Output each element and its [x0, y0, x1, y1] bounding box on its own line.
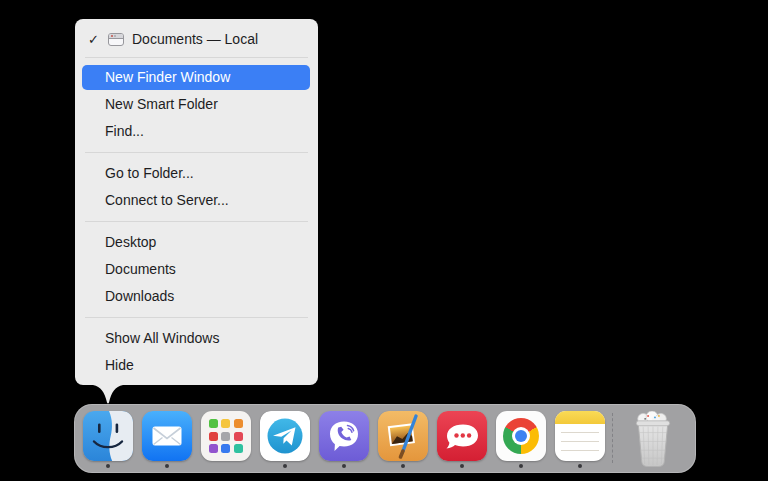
- menu-item-label: Documents — Local: [132, 31, 258, 47]
- menu-item-go-to-folder[interactable]: Go to Folder...: [75, 160, 318, 187]
- dock-item-trash: [625, 411, 681, 472]
- telegram-icon[interactable]: [260, 411, 310, 461]
- menu-item-downloads[interactable]: Downloads: [75, 283, 318, 310]
- menu-item-connect-to-server[interactable]: Connect to Server...: [75, 187, 318, 214]
- finder-dock-menu: ✓ Documents — Local New Finder Window Ne…: [75, 19, 318, 385]
- dock-item-notes: [550, 411, 609, 468]
- pixelmator-icon[interactable]: [378, 411, 428, 461]
- rocketchat-icon[interactable]: [437, 411, 487, 461]
- notes-yellow-band: [555, 411, 605, 424]
- menu-separator: [85, 57, 308, 58]
- dock-item-mail: [137, 411, 196, 468]
- dock-item-rocketchat: [432, 411, 491, 468]
- chrome-icon[interactable]: [496, 411, 546, 461]
- menu-separator: [85, 317, 308, 318]
- menu-item-new-finder-window[interactable]: New Finder Window: [82, 65, 310, 90]
- menu-item-find[interactable]: Find...: [75, 118, 318, 145]
- finder-window-icon: [108, 33, 124, 46]
- viber-icon[interactable]: [319, 411, 369, 461]
- menu-separator: [85, 221, 308, 222]
- dock-item-finder: [78, 411, 137, 468]
- running-indicator: [519, 464, 523, 468]
- dock-item-chrome: [491, 411, 550, 468]
- running-indicator: [165, 464, 169, 468]
- running-indicator: [401, 464, 405, 468]
- launchpad-grid: [201, 411, 251, 461]
- finder-icon[interactable]: [83, 411, 133, 461]
- running-indicator: [283, 464, 287, 468]
- running-indicator: [578, 464, 582, 468]
- menu-separator: [85, 152, 308, 153]
- menu-item-desktop[interactable]: Desktop: [75, 229, 318, 256]
- desktop: ✓ Documents — Local New Finder Window Ne…: [0, 0, 768, 481]
- menu-pointer-tail: [93, 385, 123, 405]
- dock-separator: [612, 413, 613, 463]
- dock-item-pixelmator: [373, 411, 432, 468]
- checkmark-icon: ✓: [88, 32, 100, 47]
- dock-item-launchpad: [196, 411, 255, 468]
- menu-item-documents-local[interactable]: ✓ Documents — Local: [75, 27, 318, 51]
- running-indicator: [342, 464, 346, 468]
- menu-item-show-all-windows[interactable]: Show All Windows: [75, 325, 318, 352]
- mail-icon[interactable]: [142, 411, 192, 461]
- dock-item-telegram: [255, 411, 314, 468]
- launchpad-icon[interactable]: [201, 411, 251, 461]
- dock: [74, 404, 696, 473]
- dock-item-viber: [314, 411, 373, 468]
- running-indicator: [460, 464, 464, 468]
- menu-item-documents[interactable]: Documents: [75, 256, 318, 283]
- running-indicator: [106, 464, 110, 468]
- notes-icon[interactable]: [555, 411, 605, 461]
- trash-icon[interactable]: [631, 411, 675, 472]
- chrome-logo: [503, 418, 539, 454]
- menu-item-new-smart-folder[interactable]: New Smart Folder: [75, 91, 318, 118]
- menu-item-hide[interactable]: Hide: [75, 352, 318, 379]
